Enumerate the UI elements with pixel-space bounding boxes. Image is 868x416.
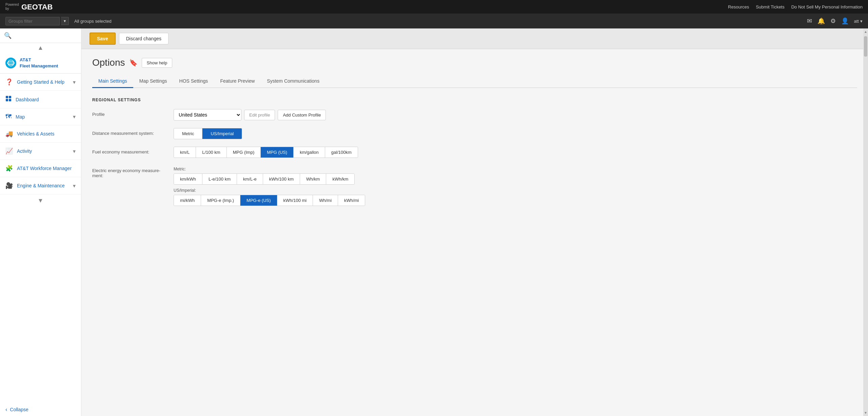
distance-toggle-group: Metric US/Imperial	[174, 128, 242, 139]
user-label: att	[854, 19, 859, 24]
scrollbar: ▲ ▼	[863, 28, 868, 416]
do-not-sell-link[interactable]: Do Not Sell My Personal Information	[791, 4, 863, 9]
powered-by-text: Poweredby	[5, 3, 19, 11]
sidebar-item-workforce[interactable]: 🧩 AT&T Workforce Manager	[0, 160, 81, 177]
sidebar-brand: AT&TFleet Management	[0, 53, 81, 74]
svg-text:GEOTAB: GEOTAB	[21, 3, 53, 11]
edit-profile-button[interactable]: Edit profile	[244, 110, 275, 120]
discard-changes-button[interactable]: Discard changes	[119, 33, 169, 44]
tab-system-communications[interactable]: System Communications	[261, 75, 326, 88]
getting-started-icon: ❓	[5, 78, 13, 86]
chevron-down-icon: ▾	[73, 79, 76, 85]
fuel-toggle-group: km/L L/100 km MPG (Imp) MPG (US) km/gall…	[174, 147, 358, 158]
sidebar-item-map[interactable]: 🗺 Map ▾	[0, 108, 81, 125]
bookmark-icon: 🔖	[129, 59, 138, 67]
tab-map-settings[interactable]: Map Settings	[133, 75, 173, 88]
save-button[interactable]: Save	[90, 33, 116, 45]
profile-row: Profile United States Canada Europe Cust…	[92, 109, 857, 121]
toolbar: Save Discard changes	[81, 28, 868, 49]
scroll-up-btn[interactable]: ▲	[864, 28, 867, 34]
svg-rect-8	[6, 99, 8, 101]
options-page: Options 🔖 Show help Main Settings Map Se…	[81, 49, 868, 222]
sidebar-item-activity[interactable]: 📈 Activity ▾	[0, 143, 81, 160]
electric-imperial-toggle-group: mi/kWh MPG-e (Imp.) MPG-e (US) kWh/100 m…	[174, 195, 365, 206]
sidebar-item-getting-started-label: Getting Started & Help	[17, 79, 64, 85]
sidebar-search[interactable]: 🔍	[0, 28, 81, 43]
sidebar-item-workforce-label: AT&T Workforce Manager	[17, 166, 72, 171]
main-layout: 🔍 ▲ AT&TFleet Management ❓ Getting Start…	[0, 28, 868, 416]
bell-icon[interactable]: 🔔	[817, 17, 825, 25]
sidebar-item-vehicles[interactable]: 🚚 Vehicles & Assets	[0, 125, 81, 143]
fuel-mpg-imp-btn[interactable]: MPG (Imp)	[227, 147, 261, 158]
electric-kwh-mi-btn[interactable]: kWh/mi	[338, 195, 365, 206]
fuel-mpg-us-btn[interactable]: MPG (US)	[261, 147, 294, 158]
person-icon[interactable]: 👤	[841, 17, 849, 25]
sidebar-item-getting-started[interactable]: ❓ Getting Started & Help ▾	[0, 74, 81, 91]
us-imperial-btn[interactable]: US/Imperial	[202, 128, 242, 139]
groups-filter-input[interactable]	[5, 17, 60, 25]
electric-mpge-imp-btn[interactable]: MPG-e (Imp.)	[201, 195, 240, 206]
dashboard-icon	[5, 96, 12, 103]
mail-icon[interactable]: ✉	[807, 17, 812, 25]
chevron-down-icon: ▾	[73, 183, 76, 189]
electric-wh-mi-btn[interactable]: Wh/mi	[313, 195, 338, 206]
settings-icon[interactable]: ⚙	[830, 17, 836, 25]
vehicles-icon: 🚚	[5, 130, 13, 138]
fuel-km-l-btn[interactable]: km/L	[174, 147, 196, 158]
sidebar-collapse-btn[interactable]: ‹ Collapse	[0, 402, 81, 416]
sidebar-item-engine-label: Engine & Maintenance	[17, 183, 65, 188]
tab-feature-preview[interactable]: Feature Preview	[214, 75, 261, 88]
electric-mpge-us-btn[interactable]: MPG-e (US)	[240, 195, 277, 206]
submit-tickets-link[interactable]: Submit Tickets	[756, 4, 785, 9]
groups-filter-dropdown-btn[interactable]: ▾	[61, 17, 69, 25]
metric-btn[interactable]: Metric	[174, 128, 202, 139]
electric-kwh-km-btn[interactable]: kWh/km	[326, 174, 354, 184]
tab-hos-settings[interactable]: HOS Settings	[173, 75, 214, 88]
second-bar-icons: ✉ 🔔 ⚙ 👤 att ▾	[807, 17, 863, 25]
sidebar-scroll-down-btn[interactable]: ▼	[0, 196, 81, 206]
show-help-button[interactable]: Show help	[142, 58, 173, 68]
scroll-down-btn[interactable]: ▼	[864, 411, 867, 416]
fuel-km-gallon-btn[interactable]: km/gallon	[294, 147, 325, 158]
fuel-row: Fuel economy measurement: km/L L/100 km …	[92, 147, 857, 158]
map-icon: 🗺	[5, 113, 12, 120]
profile-select-group: United States Canada Europe Custom Edit …	[174, 109, 377, 121]
electric-kwh100km-btn[interactable]: kWh/100 km	[263, 174, 300, 184]
top-nav: Poweredby GEOTAB Resources Submit Ticket…	[0, 0, 868, 14]
sidebar-item-activity-label: Activity	[17, 148, 32, 154]
electric-imperial-sub-label: US/Imperial:	[174, 188, 377, 193]
electric-le100km-btn[interactable]: L-e/100 km	[202, 174, 237, 184]
electric-kwh100mi-btn[interactable]: kWh/100 mi	[277, 195, 313, 206]
fuel-gal100km-btn[interactable]: gal/100km	[325, 147, 358, 158]
fuel-l100km-btn[interactable]: L/100 km	[196, 147, 226, 158]
tab-main-settings[interactable]: Main Settings	[92, 75, 133, 88]
user-badge[interactable]: att ▾	[854, 19, 863, 24]
all-groups-text: All groups selected	[74, 19, 112, 24]
add-custom-profile-button[interactable]: Add Custom Profile	[278, 110, 326, 120]
sidebar-item-engine[interactable]: 🎥 Engine & Maintenance ▾	[0, 177, 81, 194]
workforce-icon: 🧩	[5, 165, 13, 172]
electric-control: Metric: km/kWh L-e/100 km km/L-e kWh/100…	[174, 165, 377, 206]
chevron-down-icon: ▾	[73, 113, 76, 120]
svg-rect-6	[6, 96, 8, 98]
electric-mi-kwh-btn[interactable]: mi/kWh	[174, 195, 201, 206]
sidebar-scroll-up-btn[interactable]: ▲	[0, 43, 81, 53]
sidebar: 🔍 ▲ AT&TFleet Management ❓ Getting Start…	[0, 28, 81, 416]
electric-metric-toggle-group: km/kWh L-e/100 km km/L-e kWh/100 km Wh/k…	[174, 173, 355, 185]
resources-link[interactable]: Resources	[728, 4, 749, 9]
electric-whkm-btn[interactable]: Wh/km	[300, 174, 326, 184]
scroll-thumb[interactable]	[864, 36, 867, 57]
search-icon[interactable]: 🔍	[4, 32, 12, 39]
att-logo	[5, 58, 16, 68]
profile-select[interactable]: United States Canada Europe Custom	[174, 109, 241, 121]
tabs: Main Settings Map Settings HOS Settings …	[92, 75, 857, 88]
electric-label: Electric energy economy measure-ment:	[92, 165, 167, 178]
second-bar: ▾ All groups selected ✉ 🔔 ⚙ 👤 att ▾	[0, 14, 868, 28]
electric-km-kwh-btn[interactable]: km/kWh	[174, 174, 202, 184]
content-area: Save Discard changes Options 🔖 Show help…	[81, 28, 868, 416]
sidebar-item-dashboard[interactable]: Dashboard	[0, 91, 81, 108]
user-dropdown-icon: ▾	[860, 19, 863, 24]
distance-row: Distance measurement system: Metric US/I…	[92, 128, 857, 139]
collapse-label: Collapse	[10, 407, 28, 412]
electric-kmle-btn[interactable]: km/L-e	[237, 174, 263, 184]
